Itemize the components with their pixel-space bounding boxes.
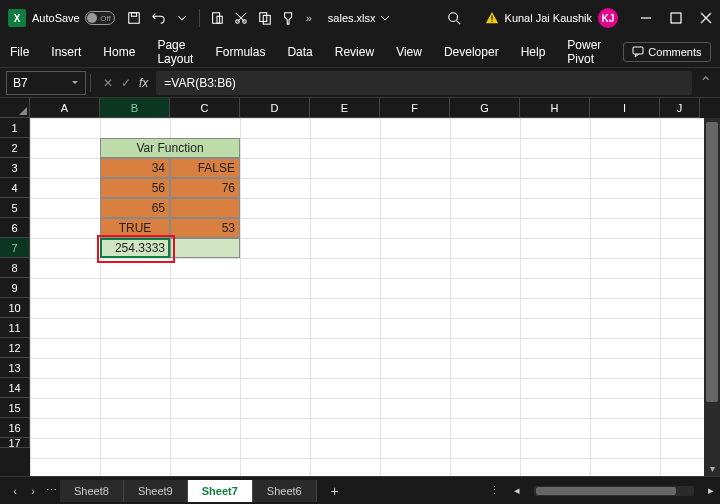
search-icon[interactable] bbox=[447, 11, 461, 25]
col-header-a[interactable]: A bbox=[30, 98, 100, 118]
row-header-10[interactable]: 10 bbox=[0, 298, 30, 318]
tab-data[interactable]: Data bbox=[287, 45, 312, 59]
enter-icon[interactable]: ✓ bbox=[121, 76, 131, 90]
row-header-16[interactable]: 16 bbox=[0, 418, 30, 438]
cell-c7[interactable] bbox=[170, 238, 240, 258]
cell-c4[interactable]: 76 bbox=[170, 178, 240, 198]
col-header-e[interactable]: E bbox=[310, 98, 380, 118]
cell-b3[interactable]: 34 bbox=[100, 158, 170, 178]
tab-developer[interactable]: Developer bbox=[444, 45, 499, 59]
cut-icon[interactable] bbox=[234, 11, 248, 25]
formula-bar: B7 ✕ ✓ fx =VAR(B3:B6) ⌃ bbox=[0, 68, 720, 98]
cell-c3[interactable]: FALSE bbox=[170, 158, 240, 178]
status-right: ⋮ ◂ ▸ bbox=[489, 484, 714, 497]
sheet-tab-sheet9[interactable]: Sheet9 bbox=[124, 480, 188, 502]
tab-insert[interactable]: Insert bbox=[51, 45, 81, 59]
scroll-thumb[interactable] bbox=[706, 122, 718, 402]
fx-icon[interactable]: fx bbox=[139, 76, 148, 90]
name-box[interactable]: B7 bbox=[6, 71, 86, 95]
tab-power-pivot[interactable]: Power Pivot bbox=[567, 38, 601, 66]
chevron-down-icon bbox=[380, 13, 390, 23]
format-painter-icon[interactable] bbox=[282, 11, 296, 25]
tab-home[interactable]: Home bbox=[103, 45, 135, 59]
cell-b6[interactable]: TRUE bbox=[100, 218, 170, 238]
vertical-scrollbar[interactable]: ▾ bbox=[704, 118, 720, 476]
add-sheet-button[interactable]: + bbox=[323, 483, 347, 499]
tab-prev-icon[interactable]: ‹ bbox=[6, 482, 24, 500]
separator bbox=[90, 74, 91, 92]
cell-c6[interactable]: 53 bbox=[170, 218, 240, 238]
svg-rect-11 bbox=[671, 13, 681, 23]
row-header-9[interactable]: 9 bbox=[0, 278, 30, 298]
tab-more-icon[interactable]: ⋯ bbox=[42, 482, 60, 500]
formula-input[interactable]: =VAR(B3:B6) bbox=[156, 71, 692, 95]
autosave-label: AutoSave bbox=[32, 12, 80, 24]
sheet-tab-sheet6[interactable]: Sheet6 bbox=[253, 480, 317, 502]
row-header-8[interactable]: 8 bbox=[0, 258, 30, 278]
row-header-3[interactable]: 3 bbox=[0, 158, 30, 178]
col-header-g[interactable]: G bbox=[450, 98, 520, 118]
row-header-7[interactable]: 7 bbox=[0, 238, 30, 258]
select-all-corner[interactable] bbox=[0, 98, 30, 118]
tab-review[interactable]: Review bbox=[335, 45, 374, 59]
comments-button[interactable]: Comments bbox=[623, 42, 710, 62]
hscroll-right-icon[interactable]: ▸ bbox=[708, 484, 714, 497]
hscroll-thumb[interactable] bbox=[536, 487, 676, 495]
hscroll-left-icon[interactable]: ◂ bbox=[514, 484, 520, 497]
paste-icon[interactable] bbox=[210, 11, 224, 25]
avatar: KJ bbox=[598, 8, 618, 28]
cell-b7[interactable]: 254.3333 bbox=[100, 238, 170, 258]
user-account[interactable]: Kunal Jai Kaushik KJ bbox=[485, 8, 618, 28]
col-header-c[interactable]: C bbox=[170, 98, 240, 118]
col-header-f[interactable]: F bbox=[380, 98, 450, 118]
tab-page-layout[interactable]: Page Layout bbox=[157, 38, 193, 66]
row-header-12[interactable]: 12 bbox=[0, 338, 30, 358]
col-header-b[interactable]: B bbox=[100, 98, 170, 118]
filename-area[interactable]: sales.xlsx bbox=[328, 12, 390, 24]
row-header-5[interactable]: 5 bbox=[0, 198, 30, 218]
qat-overflow[interactable]: » bbox=[306, 12, 312, 24]
cell-b4[interactable]: 56 bbox=[100, 178, 170, 198]
undo-icon[interactable] bbox=[151, 11, 165, 25]
col-header-j[interactable]: J bbox=[660, 98, 700, 118]
title-bar: X AutoSave Off » sales.xlsx Kunal Jai Ka… bbox=[0, 0, 720, 36]
save-icon[interactable] bbox=[127, 11, 141, 25]
tab-formulas[interactable]: Formulas bbox=[215, 45, 265, 59]
tab-file[interactable]: File bbox=[10, 45, 29, 59]
status-separator: ⋮ bbox=[489, 484, 500, 497]
row-header-4[interactable]: 4 bbox=[0, 178, 30, 198]
cell-c5[interactable] bbox=[170, 198, 240, 218]
redo-dropdown-icon[interactable] bbox=[175, 11, 189, 25]
col-header-i[interactable]: I bbox=[590, 98, 660, 118]
tab-next-icon[interactable]: › bbox=[24, 482, 42, 500]
row-header-6[interactable]: 6 bbox=[0, 218, 30, 238]
tab-help[interactable]: Help bbox=[521, 45, 546, 59]
minimize-icon[interactable] bbox=[640, 12, 652, 24]
titlebar-right: Kunal Jai Kaushik KJ bbox=[485, 8, 712, 28]
row-header-14[interactable]: 14 bbox=[0, 378, 30, 398]
row-header-2[interactable]: 2 bbox=[0, 138, 30, 158]
expand-formula-icon[interactable]: ⌃ bbox=[698, 76, 712, 90]
tab-view[interactable]: View bbox=[396, 45, 422, 59]
sheet-tab-sheet7[interactable]: Sheet7 bbox=[188, 480, 253, 502]
autosave-toggle[interactable]: AutoSave Off bbox=[32, 11, 115, 25]
maximize-icon[interactable] bbox=[670, 12, 682, 24]
col-header-h[interactable]: H bbox=[520, 98, 590, 118]
col-header-d[interactable]: D bbox=[240, 98, 310, 118]
row-header-11[interactable]: 11 bbox=[0, 318, 30, 338]
copy-icon[interactable] bbox=[258, 11, 272, 25]
cell-b2-header[interactable]: Var Function bbox=[100, 138, 240, 158]
sheet-tab-sheet8[interactable]: Sheet8 bbox=[60, 480, 124, 502]
cell-b5[interactable]: 65 bbox=[100, 198, 170, 218]
row-header-1[interactable]: 1 bbox=[0, 118, 30, 138]
row-header-17[interactable]: 17 bbox=[0, 438, 30, 448]
cell-grid[interactable]: /* decorative grid drawn via cell border… bbox=[30, 118, 720, 476]
toggle-switch[interactable]: Off bbox=[85, 11, 115, 25]
row-header-13[interactable]: 13 bbox=[0, 358, 30, 378]
separator bbox=[199, 9, 200, 27]
cancel-icon[interactable]: ✕ bbox=[103, 76, 113, 90]
close-icon[interactable] bbox=[700, 12, 712, 24]
row-header-15[interactable]: 15 bbox=[0, 398, 30, 418]
scroll-down-icon[interactable]: ▾ bbox=[704, 460, 720, 476]
horizontal-scrollbar[interactable] bbox=[534, 486, 694, 496]
